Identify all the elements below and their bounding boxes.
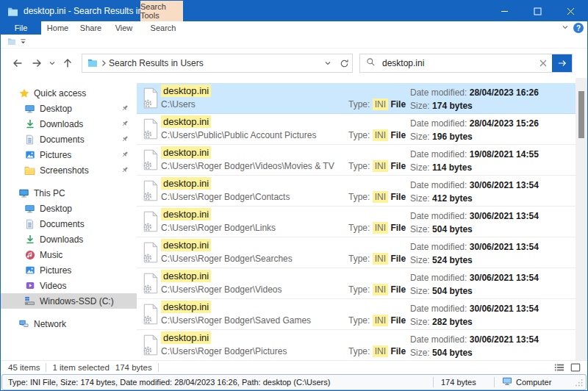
file-row[interactable]: desktop.ini C:\Users\Public\Public Accou… (137, 114, 576, 145)
address-bar[interactable]: Search Results in Users (82, 54, 353, 73)
tab-home[interactable]: Home (41, 21, 74, 35)
sidebar-item-windows-ssd-c[interactable]: Windows-SSD (C:) (1, 293, 137, 309)
status-bar: 45 items 1 item selected 174 bytes (1, 360, 587, 374)
vertical-scrollbar[interactable] (576, 78, 587, 360)
file-list: desktop.ini C:\Users Type: INI File Date… (137, 78, 576, 360)
sidebar-item-label: Desktop (40, 104, 72, 114)
forward-button[interactable] (27, 54, 46, 73)
close-button[interactable] (554, 1, 587, 21)
sidebar-item-documents[interactable]: Documents (1, 132, 137, 147)
back-button[interactable] (8, 54, 27, 73)
file-meta: Date modified: 19/08/2021 14:55 Size: 11… (410, 148, 539, 174)
maximize-button[interactable] (521, 1, 554, 21)
tab-file[interactable]: File (1, 21, 41, 35)
sidebar-item-downloads[interactable]: Downloads (1, 116, 137, 132)
file-type: Type: INI File (348, 192, 406, 202)
clear-search-icon[interactable] (534, 54, 552, 72)
network-icon (18, 318, 29, 329)
file-meta: Date modified: 30/06/2021 13:54 Size: 28… (410, 302, 539, 329)
ribbon-tab-row: File HomeShareViewSearch ? (1, 21, 587, 35)
qat-customize-icon[interactable] (20, 35, 26, 48)
search-box[interactable] (359, 54, 573, 73)
contextual-tab-search-tools[interactable]: Search Tools (140, 1, 183, 21)
sidebar-item-music[interactable]: Music (1, 247, 137, 262)
selection-count: 1 item selected (52, 363, 109, 372)
file-name: desktop.ini (161, 270, 211, 281)
folder-icon (24, 165, 35, 176)
file-name: desktop.ini (161, 116, 211, 127)
file-row[interactable]: desktop.ini C:\Users\Roger Bodger\Videos… (137, 268, 576, 299)
file-name: desktop.ini (161, 85, 211, 96)
address-folder-icon (87, 57, 98, 70)
sidebar-section-this-pc[interactable]: This PC (1, 185, 137, 201)
minimize-button[interactable] (488, 1, 521, 21)
video-icon (24, 280, 35, 291)
thumbnail-view-icon[interactable] (568, 362, 583, 373)
pc-icon (18, 187, 29, 198)
scrollbar-thumb[interactable] (578, 91, 584, 138)
ribbon-expand-icon[interactable] (562, 24, 569, 32)
file-row[interactable]: desktop.ini C:\Users\Roger Bodger\Pictur… (137, 330, 576, 360)
search-go-button[interactable] (552, 54, 572, 72)
sidebar-item-videos[interactable]: Videos (1, 278, 137, 293)
tab-view[interactable]: View (107, 21, 140, 35)
sidebar-item-label: Pictures (40, 265, 71, 276)
quick-access-toolbar (1, 35, 587, 49)
sidebar-item-label: Screenshots (40, 165, 89, 176)
file-row[interactable]: desktop.ini C:\Users Type: INI File Date… (137, 83, 576, 114)
monitor-icon (24, 203, 35, 214)
recent-locations-icon[interactable] (46, 54, 58, 73)
file-type: Type: INI File (348, 346, 406, 356)
sidebar-item-pictures[interactable]: Pictures (1, 147, 137, 162)
sidebar-section-network[interactable]: Network (1, 316, 137, 331)
sidebar-item-label: Downloads (40, 234, 83, 245)
sidebar-section-label: Quick access (34, 88, 86, 98)
sidebar-item-label: Documents (40, 219, 85, 229)
tab-share[interactable]: Share (74, 21, 107, 35)
ini-file-icon (143, 149, 159, 173)
up-button[interactable] (58, 54, 77, 73)
pin-icon[interactable] (121, 119, 129, 130)
resize-grip[interactable] (573, 379, 583, 387)
file-meta: Date modified: 30/06/2021 13:54 Size: 50… (410, 209, 539, 236)
sidebar-item-label: Videos (40, 281, 66, 291)
monitor-icon (24, 103, 35, 114)
ini-file-icon (143, 180, 159, 204)
sidebar-item-pictures[interactable]: Pictures (1, 262, 137, 278)
sidebar-section-label: Network (34, 319, 66, 329)
ini-file-icon (143, 242, 159, 266)
pin-icon[interactable] (121, 150, 129, 161)
file-name: desktop.ini (161, 332, 211, 343)
search-input[interactable] (381, 57, 534, 69)
file-type: Type: INI File (348, 284, 406, 295)
file-path: C:\Users\Roger Bodger\Videos (161, 284, 282, 295)
tab-search[interactable]: Search (140, 21, 186, 35)
file-type: Type: INI File (348, 223, 406, 233)
details-view-icon[interactable] (552, 362, 567, 373)
sidebar-item-screenshots[interactable]: Screenshots (1, 162, 137, 178)
file-row[interactable]: desktop.ini C:\Users\Roger Bodger\Saved … (137, 299, 576, 330)
sidebar-item-desktop[interactable]: Desktop (1, 201, 137, 216)
breadcrumb-chevron-icon[interactable] (101, 57, 107, 70)
ini-file-icon (143, 273, 159, 297)
sidebar-item-documents[interactable]: Documents (1, 216, 137, 232)
address-dropdown-icon[interactable] (320, 54, 336, 72)
sidebar-item-label: Music (40, 250, 62, 260)
ini-file-icon (143, 334, 159, 359)
breadcrumb[interactable]: Search Results in Users (109, 58, 320, 68)
sidebar-item-desktop[interactable]: Desktop (1, 101, 137, 116)
pin-icon[interactable] (121, 165, 129, 176)
file-type: Type: INI File (348, 254, 406, 264)
file-path: C:\Users (161, 99, 196, 110)
refresh-icon[interactable] (336, 54, 352, 72)
file-row[interactable]: desktop.ini C:\Users\Roger Bodger\Search… (137, 237, 576, 268)
file-row[interactable]: desktop.ini C:\Users\Roger Bodger\Videos… (137, 145, 576, 176)
pin-icon[interactable] (121, 104, 129, 115)
download-icon (24, 118, 35, 129)
sidebar-item-downloads[interactable]: Downloads (1, 232, 137, 247)
pin-icon[interactable] (121, 134, 129, 146)
file-row[interactable]: desktop.ini C:\Users\Roger Bodger\Contac… (137, 176, 576, 207)
file-row[interactable]: desktop.ini C:\Users\Roger Bodger\Links … (137, 207, 576, 237)
help-icon[interactable]: ? (573, 23, 584, 33)
sidebar-section-quick-access[interactable]: Quick access (1, 85, 137, 101)
